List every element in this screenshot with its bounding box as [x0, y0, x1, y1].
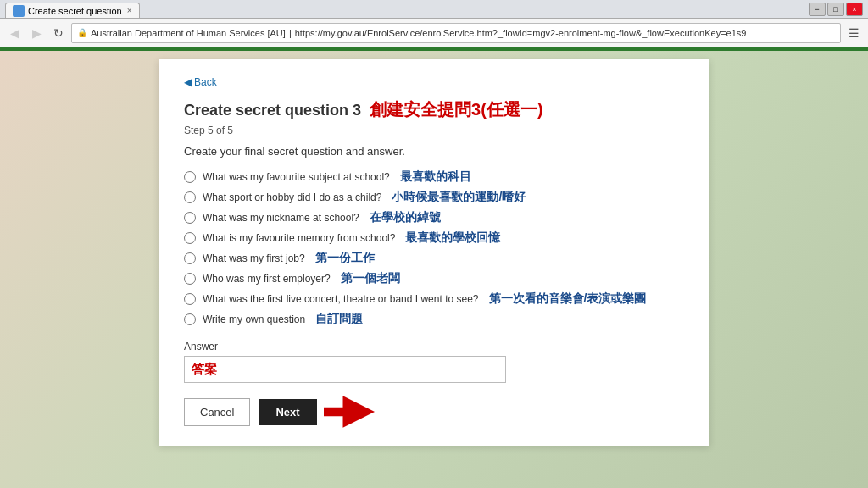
question-zh-2: 小時候最喜歡的運動/嗜好 — [392, 190, 526, 205]
question-en-3: What was my nickname at school? — [203, 212, 359, 224]
tab-area: Create secret question × — [5, 0, 142, 18]
window-controls: − □ × — [809, 3, 863, 16]
question-zh-7: 第一次看的音樂會/表演或樂團 — [489, 291, 647, 307]
next-button-container: Next — [259, 395, 374, 429]
browser-tab[interactable]: Create secret question × — [5, 3, 140, 18]
page-title-english: Create secret question 3 — [184, 102, 361, 119]
answer-label: Answer — [184, 341, 684, 352]
radio-q6[interactable] — [184, 273, 196, 285]
question-en-7: What was the first live concert, theatre… — [203, 293, 479, 305]
lock-icon: 🔒 — [77, 28, 87, 37]
titlebar: Create secret question × − □ × — [0, 0, 868, 19]
minimize-button[interactable]: − — [809, 3, 826, 16]
org-label: Australian Department of Human Services … — [91, 28, 286, 38]
question-en-8: Write my own question — [203, 313, 305, 325]
radio-q3[interactable] — [184, 212, 196, 224]
question-en-4: What is my favourite memory from school? — [203, 232, 395, 244]
close-button[interactable]: × — [846, 3, 863, 16]
back-label: Back — [194, 76, 217, 88]
radio-q2[interactable] — [184, 191, 196, 203]
page-title-row: Create secret question 3 創建安全提問3(任選一) — [184, 98, 684, 121]
question-zh-1: 最喜歡的科目 — [400, 169, 471, 185]
answer-section: Answer — [184, 341, 684, 383]
back-nav-button[interactable]: ◀ — [5, 24, 24, 42]
page-title-chinese: 創建安全提問3(任選一) — [370, 98, 542, 121]
svg-marker-0 — [324, 396, 375, 428]
radio-item-4: What is my favourite memory from school?… — [184, 230, 684, 246]
url-text: https://my.gov.au/EnrolService/enrolServ… — [295, 28, 747, 38]
radio-item-1: What was my favourite subject at school?… — [184, 169, 684, 185]
tab-icon — [13, 5, 25, 17]
question-radio-group: What was my favourite subject at school?… — [184, 169, 684, 327]
radio-q5[interactable] — [184, 252, 196, 264]
maximize-button[interactable]: □ — [827, 3, 844, 16]
back-link[interactable]: ◀ Back — [184, 76, 684, 88]
red-arrow-indicator — [324, 395, 375, 429]
radio-item-7: What was the first live concert, theatre… — [184, 291, 684, 307]
question-en-5: What was my first job? — [203, 252, 305, 264]
browser-menu-button[interactable]: ☰ — [844, 24, 863, 42]
question-zh-3: 在學校的綽號 — [370, 210, 441, 225]
cancel-button[interactable]: Cancel — [184, 398, 250, 426]
radio-q8[interactable] — [184, 313, 196, 325]
next-button[interactable]: Next — [259, 399, 316, 425]
question-zh-4: 最喜歡的學校回憶 — [405, 230, 500, 246]
instruction-text: Create your final secret question and an… — [184, 145, 684, 158]
radio-q7[interactable] — [184, 293, 196, 305]
question-en-2: What sport or hobby did I do as a child? — [203, 191, 381, 203]
question-en-6: Who was my first employer? — [203, 273, 331, 285]
green-header-bar — [0, 47, 868, 51]
radio-q1[interactable] — [184, 171, 196, 183]
radio-item-6: Who was my first employer?第一個老闆 — [184, 271, 684, 286]
radio-item-2: What sport or hobby did I do as a child?… — [184, 190, 684, 205]
content-card: ◀ Back Create secret question 3 創建安全提問3(… — [159, 59, 709, 446]
button-row: Cancel Next — [184, 395, 684, 429]
refresh-button[interactable]: ↻ — [49, 24, 68, 42]
radio-item-8: Write my own question自訂問題 — [184, 312, 684, 327]
step-info: Step 5 of 5 — [184, 125, 684, 136]
addressbar: ◀ ▶ ↻ 🔒 Australian Department of Human S… — [0, 19, 868, 47]
question-zh-8: 自訂問題 — [315, 312, 363, 327]
radio-item-5: What was my first job?第一份工作 — [184, 251, 684, 266]
address-separator: | — [289, 28, 292, 38]
tab-close-button[interactable]: × — [127, 6, 132, 15]
question-zh-6: 第一個老闆 — [341, 271, 400, 286]
forward-nav-button[interactable]: ▶ — [27, 24, 46, 42]
address-box[interactable]: 🔒 Australian Department of Human Service… — [71, 23, 841, 43]
answer-input[interactable] — [184, 356, 506, 383]
question-en-1: What was my favourite subject at school? — [203, 171, 390, 183]
radio-item-3: What was my nickname at school?在學校的綽號 — [184, 210, 684, 225]
radio-q4[interactable] — [184, 232, 196, 244]
tab-label: Create secret question — [28, 6, 122, 16]
question-zh-5: 第一份工作 — [315, 251, 375, 266]
